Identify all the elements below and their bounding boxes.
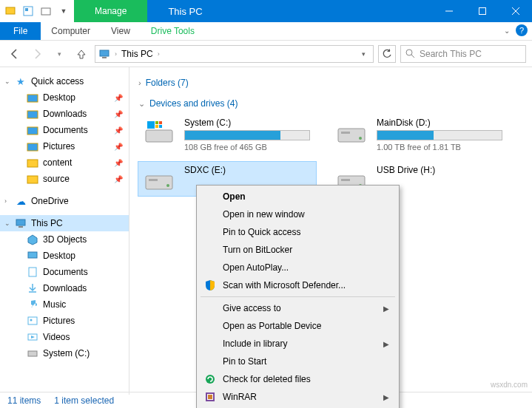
- status-item-count: 11 items: [7, 395, 41, 406]
- maximize-button[interactable]: [465, 0, 499, 22]
- menu-item-check-for-deleted-files[interactable]: Check for deleted files: [199, 370, 397, 388]
- pin-icon: 📌: [114, 143, 123, 151]
- svg-rect-33: [159, 125, 162, 128]
- expand-icon[interactable]: ⌄: [4, 220, 10, 227]
- search-placeholder: Search This PC: [420, 49, 482, 59]
- context-tab-manage[interactable]: Manage: [74, 0, 147, 22]
- sidebar-this-pc[interactable]: ⌄ This PC: [0, 215, 129, 231]
- search-box[interactable]: Search This PC: [400, 45, 526, 63]
- menu-item-pin-to-start[interactable]: Pin to Start: [199, 353, 397, 370]
- tab-drive-tools[interactable]: Drive Tools: [141, 22, 205, 40]
- up-button[interactable]: [73, 45, 90, 63]
- svg-rect-37: [146, 176, 172, 189]
- sidebar-item-desktop[interactable]: Desktop: [0, 248, 129, 264]
- svg-point-24: [30, 319, 33, 322]
- sidebar-item-music[interactable]: Music: [0, 296, 129, 313]
- tab-computer[interactable]: Computer: [41, 22, 101, 40]
- quick-access-toolbar: ▼: [0, 0, 74, 22]
- svg-rect-8: [100, 50, 109, 56]
- minimize-button[interactable]: [432, 0, 465, 22]
- folder-icon: [27, 315, 38, 327]
- sidebar-item-pictures[interactable]: Pictures: [0, 313, 129, 329]
- status-selection: 1 item selected: [54, 395, 114, 406]
- folder-icon: [27, 250, 38, 262]
- drive-icon: [141, 166, 177, 193]
- tab-view[interactable]: View: [101, 22, 141, 40]
- breadcrumb-separator-icon[interactable]: ›: [115, 50, 117, 58]
- pin-icon: 📌: [114, 94, 123, 102]
- folder-icon: [27, 282, 38, 294]
- menu-item-open[interactable]: Open: [199, 188, 397, 205]
- svg-rect-19: [18, 226, 23, 228]
- folder-icon: [27, 157, 38, 169]
- ribbon-collapse-icon[interactable]: ⌄: [504, 27, 510, 35]
- svg-rect-13: [27, 111, 38, 118]
- help-icon[interactable]: ?: [516, 24, 528, 36]
- breadcrumb-separator-icon[interactable]: ›: [158, 50, 160, 58]
- svg-point-43: [206, 375, 215, 384]
- svg-rect-16: [27, 160, 38, 167]
- sidebar-item-documents[interactable]: Documents📌: [0, 122, 129, 138]
- svg-rect-3: [41, 8, 50, 15]
- qat-new-folder-icon[interactable]: [38, 4, 53, 18]
- sidebar-item-documents[interactable]: Documents: [0, 264, 129, 280]
- sidebar-item-pictures[interactable]: Pictures📌: [0, 138, 129, 154]
- svg-rect-14: [27, 127, 38, 135]
- sidebar-item-downloads[interactable]: Downloads: [0, 280, 129, 296]
- qat-dropdown-icon[interactable]: ▼: [56, 4, 71, 18]
- shield-icon: [203, 279, 217, 292]
- drive-name: SDXC (E:): [184, 165, 313, 175]
- folder-icon: [27, 266, 38, 278]
- sidebar-item-3d-objects[interactable]: 3D Objects: [0, 231, 129, 248]
- svg-rect-17: [27, 176, 38, 183]
- expand-icon[interactable]: ⌄: [4, 78, 10, 85]
- menu-item-open-as-portable-device[interactable]: Open as Portable Device: [199, 317, 397, 335]
- sidebar-item-system-c-[interactable]: System (C:): [0, 345, 129, 361]
- refresh-button[interactable]: [378, 45, 396, 63]
- menu-item-scan-with-microsoft-defender[interactable]: Scan with Microsoft Defender...: [199, 276, 397, 294]
- svg-rect-21: [28, 252, 37, 258]
- sidebar-item-content[interactable]: content📌: [0, 154, 129, 171]
- forward-button[interactable]: [28, 45, 46, 63]
- sidebar-quick-access[interactable]: ⌄ ★ Quick access: [0, 73, 129, 89]
- folder-icon: [27, 331, 38, 343]
- menu-item-turn-on-bitlocker[interactable]: Turn on BitLocker: [199, 241, 397, 259]
- folder-icon: [27, 92, 38, 103]
- menu-item-include-in-library[interactable]: Include in library▶: [199, 335, 397, 353]
- address-bar[interactable]: › This PC › ▾: [95, 45, 374, 63]
- pin-icon: 📌: [114, 159, 123, 167]
- menu-item-winrar[interactable]: WinRAR▶: [199, 388, 397, 406]
- svg-rect-18: [16, 220, 25, 225]
- drive-name: System (C:): [184, 118, 313, 128]
- back-button[interactable]: [6, 45, 24, 63]
- group-header-devices[interactable]: ⌄ Devices and drives (4): [138, 94, 523, 115]
- address-dropdown-icon[interactable]: ▾: [357, 50, 370, 58]
- breadcrumb[interactable]: This PC: [121, 49, 153, 59]
- sidebar-item-videos[interactable]: Videos: [0, 329, 129, 345]
- recent-locations-button[interactable]: ▾: [50, 45, 68, 63]
- sidebar-onedrive[interactable]: › ☁ OneDrive: [0, 193, 129, 209]
- drive-system-c-[interactable]: System (C:) 108 GB free of 465 GB: [138, 115, 316, 154]
- menu-item-open-in-new-window[interactable]: Open in new window: [199, 205, 397, 223]
- svg-rect-34: [338, 129, 365, 142]
- sidebar-item-desktop[interactable]: Desktop📌: [0, 89, 129, 106]
- sidebar-item-source[interactable]: source📌: [0, 171, 129, 187]
- drive-icon: [334, 119, 369, 146]
- svg-rect-38: [149, 179, 158, 181]
- navigation-bar: ▾ › This PC › ▾ Search This PC: [0, 41, 532, 67]
- group-header-folders[interactable]: › Folders (7): [138, 73, 523, 94]
- sidebar-item-downloads[interactable]: Downloads📌: [0, 106, 129, 122]
- file-tab[interactable]: File: [0, 22, 41, 40]
- qat-properties-icon[interactable]: [21, 4, 36, 18]
- folder-icon: [27, 347, 38, 359]
- recuva-icon: [203, 373, 217, 386]
- menu-item-give-access-to[interactable]: Give access to▶: [199, 299, 397, 317]
- menu-item-pin-to-quick-access[interactable]: Pin to Quick access: [199, 223, 397, 241]
- menu-item-open-autoplay[interactable]: Open AutoPlay...: [199, 259, 397, 276]
- svg-point-39: [166, 184, 169, 187]
- search-icon: [405, 49, 415, 58]
- drive-maindisk-d-[interactable]: MainDisk (D:) 1.00 TB free of 1.81 TB: [331, 115, 508, 154]
- close-button[interactable]: [499, 0, 532, 22]
- svg-point-10: [406, 50, 412, 55]
- expand-icon[interactable]: ›: [4, 197, 7, 205]
